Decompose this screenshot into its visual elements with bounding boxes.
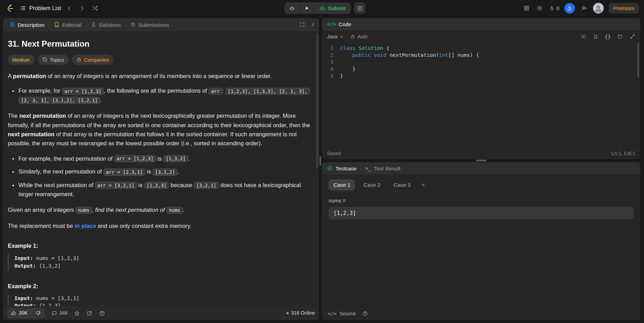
example-line: Input: nums = [3,2,1]: [14, 294, 311, 302]
flame-icon: [548, 5, 555, 11]
tab-divider: [49, 22, 49, 27]
debugger-button[interactable]: [285, 2, 299, 14]
comments-button[interactable]: 348: [52, 310, 68, 316]
io-value: [1,3,2]: [36, 263, 61, 269]
format-code-button[interactable]: [581, 34, 586, 39]
leetcode-logo-icon[interactable]: [5, 4, 14, 13]
case-tab[interactable]: Case 1: [328, 179, 355, 191]
bullet-list: For example, the next permutation of arr…: [8, 154, 311, 199]
case-tab[interactable]: Case 3: [389, 179, 416, 191]
token: Solution: [358, 45, 383, 51]
description-panel: Description Editorial Solutions: [3, 18, 319, 320]
submit-button[interactable]: Submit: [314, 2, 351, 14]
text-run: Given an array of integers: [8, 207, 75, 213]
tab-submissions[interactable]: Submissions: [127, 20, 172, 29]
description-scrollbar[interactable]: [316, 33, 318, 168]
inline-link[interactable]: in place: [75, 222, 96, 229]
case-tab[interactable]: Case 2: [359, 179, 386, 191]
token: [340, 52, 352, 58]
inline-code: arr = [1,2,3]: [114, 155, 156, 162]
dislike-button[interactable]: [32, 308, 45, 318]
streak-button[interactable]: 0: [548, 5, 559, 11]
inline-code: arr: [209, 88, 222, 95]
testcase-body: Case 1Case 2Case 3 nums = [1,2,3]: [322, 175, 640, 307]
premium-button[interactable]: Premium: [609, 3, 639, 14]
play-icon: [304, 5, 310, 11]
format-lines-icon: [581, 34, 586, 39]
next-problem-button[interactable]: [77, 3, 86, 13]
code-panel-title: Code: [339, 21, 351, 28]
param-input[interactable]: [1,2,3]: [328, 207, 634, 220]
timer-button[interactable]: [564, 3, 575, 14]
lock-icon: [76, 57, 82, 62]
example-block: Input: nums = [3,2,1]Output: [1,2,3]: [8, 294, 311, 306]
header-divider: [361, 166, 361, 171]
bullet-item: For example, for arr = [1,2,3], the foll…: [18, 86, 311, 105]
snippets-button[interactable]: {}: [605, 34, 611, 39]
tab-description[interactable]: Description: [6, 20, 48, 29]
paragraph: Given an array of integers nums, find th…: [8, 205, 311, 214]
tab-description-label: Description: [18, 22, 45, 28]
editor-scrollbar[interactable]: [637, 43, 639, 78]
code-lines: 1class Solution {2 public void nextPermu…: [322, 44, 640, 79]
text-run: , the following are all the permutations…: [104, 87, 209, 94]
test-result-tab[interactable]: >_ Test Result: [365, 165, 401, 171]
settings-button[interactable]: [536, 4, 544, 13]
difficulty-badge[interactable]: Medium: [8, 55, 34, 65]
random-problem-button[interactable]: [90, 3, 100, 13]
add-case-button[interactable]: [417, 180, 429, 189]
user-avatar[interactable]: [593, 3, 604, 14]
notes-button[interactable]: [354, 2, 365, 14]
source-button[interactable]: </> Source: [328, 311, 356, 316]
text-run: For example, the next permutation of: [18, 155, 114, 162]
text-run: of an array of integers is an arrangemen…: [46, 72, 272, 79]
apps-button[interactable]: [522, 4, 531, 13]
favorite-button[interactable]: [74, 310, 80, 316]
param-label: nums =: [328, 198, 634, 203]
tab-editorial-label: Editorial: [62, 22, 81, 28]
collapse-panel-button[interactable]: [310, 22, 316, 27]
description-content-area: 31. Next Permutation Medium Topics Compa…: [3, 31, 319, 306]
io-label: Output:: [14, 302, 36, 306]
test-result-label: Test Result: [374, 165, 401, 171]
tab-submissions-label: Submissions: [139, 22, 169, 28]
text-run: .: [183, 207, 184, 213]
code-panel-header: </> Code: [322, 18, 640, 30]
testcase-tab[interactable]: Testcase: [335, 165, 356, 171]
paragraph: The replacement must be in place and use…: [8, 221, 311, 230]
tab-editorial[interactable]: Editorial: [51, 20, 85, 29]
token: [340, 59, 365, 65]
vertical-resize-handle[interactable]: [319, 156, 321, 166]
like-button[interactable]: 20K: [7, 308, 31, 318]
language-selector[interactable]: Java: [327, 34, 344, 39]
reset-code-button[interactable]: [617, 34, 623, 39]
share-button[interactable]: [87, 310, 92, 316]
problem-content: A permutation of an array of integers is…: [8, 71, 311, 306]
line-number: 2: [322, 51, 340, 58]
maximize-editor-button[interactable]: [630, 34, 635, 39]
bookmark-code-button[interactable]: [593, 34, 598, 39]
tab-divider: [126, 22, 126, 27]
prev-problem-button[interactable]: [65, 3, 74, 13]
token: }: [340, 66, 355, 72]
code-editor[interactable]: 1class Solution {2 public void nextPermu…: [322, 43, 640, 148]
auto-toggle[interactable]: Auto: [350, 34, 368, 39]
companies-label: Companies: [84, 57, 109, 62]
token: public void: [353, 52, 387, 58]
run-button[interactable]: [300, 2, 314, 14]
lock-icon: [350, 34, 355, 39]
topics-badge[interactable]: Topics: [38, 55, 68, 65]
invite-button[interactable]: [580, 4, 588, 13]
description-tabbar: Description Editorial Solutions: [3, 18, 319, 31]
companies-badge[interactable]: Companies: [72, 55, 114, 65]
tab-solutions[interactable]: Solutions: [88, 20, 124, 29]
problem-list-button[interactable]: Problem List: [20, 5, 61, 11]
editorial-book-icon: [54, 22, 59, 27]
testcase-help-button[interactable]: [362, 311, 368, 316]
text-run: .: [188, 155, 190, 162]
horizontal-resize-handle[interactable]: [476, 160, 487, 161]
editor-statusbar: Saved Ln 1, Col 1: [322, 148, 640, 159]
expand-panel-button[interactable]: [300, 22, 305, 27]
feedback-button[interactable]: [99, 310, 105, 316]
text-run: Similarly, the next permutation of: [18, 168, 103, 175]
